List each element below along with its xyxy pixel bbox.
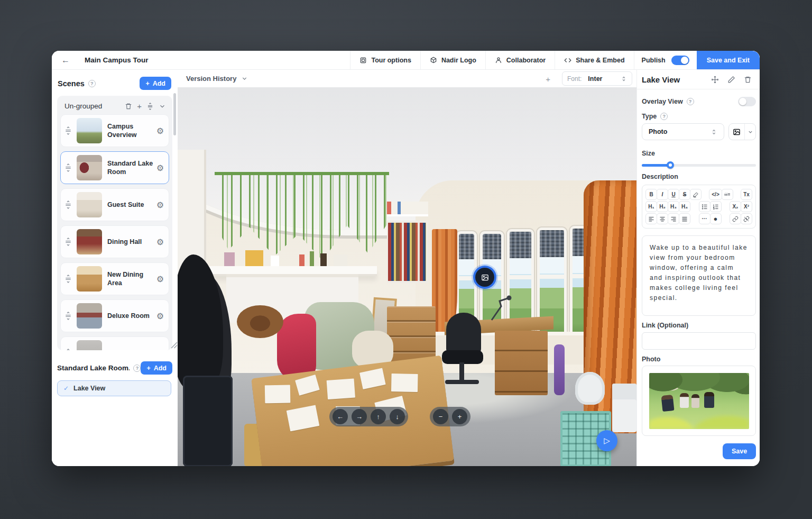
pen-icon [693,192,699,198]
link-button[interactable] [730,213,741,224]
sidebar-scrollbar[interactable] [173,93,176,135]
chevron-down-icon[interactable] [744,124,755,140]
drag-handle-icon[interactable] [64,349,72,350]
type-label: Type? [642,113,668,120]
drag-handle-icon[interactable] [64,238,72,246]
drag-handle-icon[interactable] [64,275,72,283]
hotspot-help-icon[interactable]: ? [133,365,141,372]
italic-button[interactable]: I [657,189,668,200]
drag-handle-icon[interactable] [64,201,72,209]
unlink-button[interactable] [741,213,752,224]
sort-icon[interactable] [146,103,154,110]
tour-editor-window: ← Main Campus Tour Tour options Nadir Lo… [52,51,760,466]
move-icon[interactable] [711,76,719,84]
gear-icon[interactable]: ⚙ [156,311,164,321]
superscript-button[interactable]: X² [741,201,752,212]
clear-format-button[interactable]: Tx [741,189,752,200]
h3-button[interactable]: H₃ [668,201,679,212]
underline-button[interactable]: U [668,189,679,200]
align-center-icon [659,216,666,222]
resize-handle[interactable] [171,342,178,349]
strikethrough-button[interactable]: S [679,189,690,200]
horizontal-rule-button[interactable]: ··· [699,213,710,224]
code-block-button[interactable]: </> [709,189,722,200]
pan-up-button[interactable]: ↑ [371,409,386,424]
icon-picker-button[interactable] [728,123,756,140]
save-button[interactable]: Save [723,443,756,459]
plus-icon: + [145,80,149,87]
type-select[interactable]: Photo [642,123,724,140]
panorama-viewport[interactable]: ← → ↑ ↓ − + ▷ [178,87,636,466]
type-help-icon[interactable]: ? [660,113,668,120]
drag-handle-icon[interactable] [64,163,72,172]
align-center-button[interactable] [657,213,668,224]
gear-icon[interactable]: ⚙ [156,126,164,136]
gear-icon[interactable]: ⚙ [156,200,164,210]
hotspot-item-lake-view[interactable]: ✓ Lake View [57,380,171,396]
overlay-view-toggle[interactable] [738,97,756,106]
heading-group: H₁ H₂ H₃ H₄ [645,201,690,212]
scene-card-dining-hall[interactable]: Dining Hall ⚙ [60,225,169,258]
size-slider-knob[interactable] [667,161,674,169]
font-add-icon[interactable]: + [546,75,550,84]
pencil-icon[interactable] [727,76,735,84]
version-history-dropdown[interactable]: Version History [186,75,248,83]
description-editor[interactable]: Wake up to a beautiful lake view from yo… [642,235,756,316]
h1-button[interactable]: H₁ [645,201,657,212]
h4-button[interactable]: H₄ [679,201,690,212]
tour-options-button[interactable]: Tour options [350,51,420,69]
overlay-help-icon[interactable]: ? [687,98,694,105]
scene-card-partial[interactable] [60,336,169,350]
trash-icon[interactable] [125,103,132,110]
hotspot-properties-panel: Lake View Overlay View? Type? Photo [636,70,760,466]
zoom-in-button[interactable]: + [452,409,467,424]
chevron-down-icon[interactable] [159,103,166,110]
bold-button[interactable]: B [645,189,657,200]
collaborator-button[interactable]: Collaborator [485,51,555,69]
zoom-out-button[interactable]: − [433,409,448,424]
subscript-button[interactable]: X₂ [730,201,741,212]
preview-play-button[interactable]: ▷ [596,430,617,451]
back-button[interactable]: ← [59,54,72,67]
drag-handle-icon[interactable] [64,126,72,135]
group-add-icon[interactable]: + [137,102,142,110]
photo-upload-box[interactable] [642,366,756,436]
highlight-button[interactable] [690,189,702,200]
save-and-exit-button[interactable]: Save and Exit [697,51,760,69]
pan-right-button[interactable]: → [352,409,367,424]
photo-hotspot-marker[interactable] [475,268,494,287]
nadir-logo-button[interactable]: Nadir Logo [420,51,485,69]
trash-icon[interactable] [744,76,752,84]
scene-card-guest-suite[interactable]: Guest Suite ⚙ [60,188,169,221]
unlink-icon [743,216,750,222]
link-label: Link (Optional) [642,322,688,329]
gear-icon[interactable]: ⚙ [156,274,164,284]
scene-card-campus-overview[interactable]: Campus Overview ⚙ [60,114,169,147]
scene-card-deluxe-room[interactable]: Deluxe Room ⚙ [60,299,169,332]
scenes-help-icon[interactable]: ? [88,80,96,87]
pan-left-button[interactable]: ← [333,409,348,424]
add-hotspot-button[interactable]: +Add [141,361,172,375]
align-left-button[interactable] [645,213,657,224]
gear-icon[interactable]: ⚙ [156,163,164,173]
blockquote-button[interactable] [722,189,733,200]
align-justify-icon [681,216,688,222]
publish-toggle[interactable] [671,56,689,65]
pan-down-button[interactable]: ↓ [390,409,405,424]
drag-handle-icon[interactable] [64,312,72,320]
link-input[interactable] [642,332,756,350]
share-embed-button[interactable]: Share & Embed [555,51,633,69]
size-row: Size [642,150,756,157]
add-scene-button[interactable]: +Add [140,77,171,90]
align-justify-button[interactable] [679,213,690,224]
ordered-list-button[interactable] [710,201,722,212]
size-slider[interactable] [642,161,756,169]
gear-icon[interactable]: ⚙ [156,237,164,247]
align-right-button[interactable] [668,213,679,224]
h2-button[interactable]: H₂ [657,201,668,212]
color-swatch-button[interactable]: ● [710,213,722,224]
bullet-list-button[interactable] [699,201,710,212]
font-selector[interactable]: Font: Inter [562,71,632,86]
scene-card-new-dining-area[interactable]: New Dining Area ⚙ [60,262,169,295]
scene-card-standard-lake-room[interactable]: Standard Lake Room ⚙ [60,151,169,184]
